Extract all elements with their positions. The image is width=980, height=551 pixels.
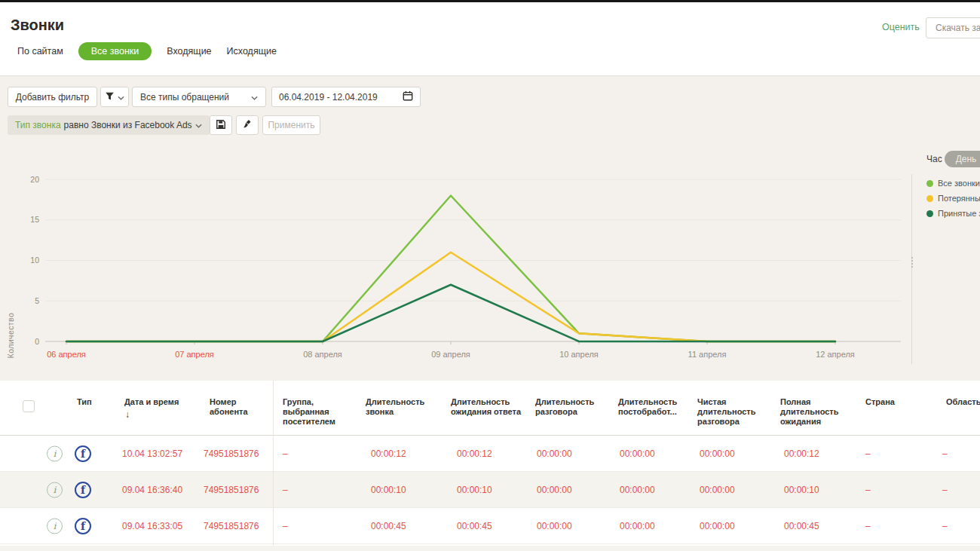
legend-item-lost[interactable]: Потерянные xyxy=(926,194,980,203)
cell-country: – xyxy=(865,448,871,459)
col-header-call-duration: Длительность звонка xyxy=(366,397,437,417)
save-icon xyxy=(216,119,226,132)
chart-resize-handle[interactable] xyxy=(908,257,915,268)
chart-right-divider xyxy=(911,174,912,364)
page-header: Звонки По сайтам Все звонки Входящие Исх… xyxy=(0,2,980,75)
add-filter-button[interactable]: Добавить фильтр xyxy=(8,87,97,107)
legend-item-all-calls[interactable]: Все звонки xyxy=(926,179,980,188)
cell-region: – xyxy=(942,448,948,459)
cell-country: – xyxy=(865,485,871,495)
legend-item-accepted[interactable]: Принятые зв xyxy=(926,209,980,218)
svg-text:08 апреля: 08 апреля xyxy=(303,350,342,359)
date-range-input[interactable]: 06.04.2019 - 12.04.2019 xyxy=(271,87,421,107)
cell-call-duration: 00:00:45 xyxy=(371,521,406,531)
toggle-hour[interactable]: Час xyxy=(926,154,942,164)
table-column-divider xyxy=(273,381,274,551)
col-header-datetime[interactable]: Дата и время xyxy=(124,397,196,407)
cell-group: – xyxy=(283,448,288,459)
table-header-row: Тип Дата и время ↓ Номер абонента Группа… xyxy=(0,381,980,436)
cell-datetime: 10.04 13:02:57 xyxy=(122,448,182,459)
table-row: i f 09.04 16:36:40 74951851876 – 00:00:1… xyxy=(0,472,980,508)
calls-table: Тип Дата и время ↓ Номер абонента Группа… xyxy=(0,381,980,551)
cell-number: 74951851876 xyxy=(204,448,259,459)
filter-field-label: Тип звонка xyxy=(15,120,61,130)
chevron-down-icon xyxy=(251,92,258,103)
clear-filter-button[interactable] xyxy=(236,115,259,135)
facebook-icon: f xyxy=(75,482,91,498)
legend-dot-lost xyxy=(926,195,933,202)
svg-text:10 апреля: 10 апреля xyxy=(559,350,599,359)
toggle-day[interactable]: День xyxy=(945,151,980,167)
cell-number: 74951851876 xyxy=(204,485,259,495)
tab-by-sites[interactable]: По сайтам xyxy=(17,46,63,57)
cell-postprocess: 00:00:00 xyxy=(620,521,655,531)
cell-clean-talk: 00:00:00 xyxy=(700,448,735,459)
cell-answer-wait: 00:00:10 xyxy=(457,485,492,495)
chevron-down-icon xyxy=(118,92,124,103)
col-header-country: Страна xyxy=(865,397,911,407)
info-icon[interactable]: i xyxy=(47,482,63,497)
funnel-icon xyxy=(105,91,115,103)
svg-text:20: 20 xyxy=(30,175,39,184)
svg-text:15: 15 xyxy=(30,215,39,224)
cell-full-wait: 00:00:12 xyxy=(784,448,819,459)
cell-postprocess: 00:00:00 xyxy=(620,448,655,459)
cell-clean-talk: 00:00:00 xyxy=(700,521,735,531)
col-header-talk-duration: Длительность разговора xyxy=(535,397,611,417)
cell-call-duration: 00:00:10 xyxy=(371,485,406,495)
chart-legend: Все звонки Потерянные Принятые зв xyxy=(926,179,980,218)
tab-all-calls[interactable]: Все звонки xyxy=(78,42,152,60)
info-icon[interactable]: i xyxy=(47,518,63,534)
calls-page: Звонки По сайтам Все звонки Входящие Исх… xyxy=(0,0,980,551)
legend-dot-accepted xyxy=(926,210,933,217)
cell-answer-wait: 00:00:12 xyxy=(457,448,492,459)
request-type-value: Все типы обращений xyxy=(140,92,229,103)
legend-dot-all-calls xyxy=(926,180,933,187)
facebook-icon: f xyxy=(75,518,91,534)
cell-datetime: 09.04 16:36:40 xyxy=(122,485,182,495)
cell-full-wait: 00:00:10 xyxy=(784,485,819,495)
cell-talk: 00:00:00 xyxy=(537,448,572,459)
col-header-type: Тип xyxy=(77,397,92,407)
filters-and-chart-section: Добавить фильтр Все типы обращений 06.04… xyxy=(0,75,980,381)
y-axis-label: Количество xyxy=(6,305,15,366)
cell-postprocess: 00:00:00 xyxy=(620,485,655,495)
svg-text:11 апреля: 11 апреля xyxy=(688,350,727,359)
filter-condition-label: равно Звонки из Facebook Ads xyxy=(64,120,192,130)
sort-desc-icon[interactable]: ↓ xyxy=(125,409,130,420)
svg-text:12 апреля: 12 апреля xyxy=(816,350,855,359)
cell-call-duration: 00:00:12 xyxy=(371,448,406,459)
table-row: i f 09.04 16:33:05 74951851876 – 00:00:4… xyxy=(0,508,980,544)
cell-region: – xyxy=(942,521,948,531)
cell-number: 74951851876 xyxy=(204,521,259,531)
facebook-icon: f xyxy=(75,445,91,462)
tab-outgoing[interactable]: Исходящие xyxy=(227,46,277,57)
save-filter-button[interactable] xyxy=(210,115,232,135)
col-header-number: Номер абонента xyxy=(210,397,262,417)
chevron-down-icon xyxy=(195,120,202,130)
cell-talk: 00:00:00 xyxy=(537,521,572,531)
cell-datetime: 09.04 16:33:05 xyxy=(122,521,182,531)
cell-clean-talk: 00:00:00 xyxy=(700,485,735,495)
chart-svg: 0510152006 апреля07 апреля08 апреля09 ап… xyxy=(29,170,907,366)
table-row-partial xyxy=(0,546,980,551)
cell-country: – xyxy=(865,521,871,531)
col-header-postprocess: Длительность постобработ... xyxy=(618,397,690,417)
saved-filters-button[interactable] xyxy=(100,87,129,107)
rate-link[interactable]: Оценить xyxy=(882,22,920,32)
apply-filter-button[interactable]: Применить xyxy=(262,115,320,135)
info-icon[interactable]: i xyxy=(47,445,63,461)
request-type-select[interactable]: Все типы обращений xyxy=(132,87,266,107)
tab-incoming[interactable]: Входящие xyxy=(167,46,211,57)
download-records-button[interactable]: Скачать запи xyxy=(926,17,980,38)
cell-full-wait: 00:00:45 xyxy=(784,521,819,531)
calendar-icon xyxy=(403,90,413,103)
col-header-clean-talk: Чистая длительность разговора xyxy=(697,397,769,427)
select-all-checkbox[interactable] xyxy=(23,400,35,412)
cell-group: – xyxy=(283,521,288,531)
broom-icon xyxy=(242,119,253,132)
cell-answer-wait: 00:00:45 xyxy=(457,521,492,531)
date-range-value: 06.04.2019 - 12.04.2019 xyxy=(279,92,378,103)
col-header-full-wait: Полная длительность ожидания xyxy=(780,397,852,427)
active-filter-chip[interactable]: Тип звонка равно Звонки из Facebook Ads xyxy=(8,115,210,135)
